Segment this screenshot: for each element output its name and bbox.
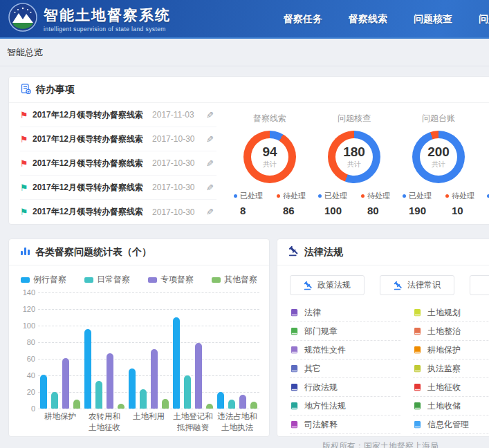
edit-icon[interactable]: ✎ bbox=[206, 158, 214, 169]
flag-icon: ⚑ bbox=[20, 110, 33, 120]
todo-item[interactable]: ⚑ 2017年12月领导转办督察线索 2017-10-30 ✎ bbox=[20, 151, 216, 176]
flag-icon: ⚑ bbox=[20, 134, 33, 144]
y-tick-label: 20 bbox=[16, 388, 35, 396]
bar-专项督察[interactable] bbox=[62, 358, 69, 409]
nav-item[interactable]: 督察任务 bbox=[284, 13, 322, 26]
processed-dot-icon bbox=[318, 194, 322, 198]
law-filter-button[interactable]: 政策法规 bbox=[290, 275, 365, 295]
law-category-item[interactable]: 行政法规 bbox=[290, 378, 400, 397]
law-category-item[interactable]: 信息化管理 bbox=[413, 416, 489, 434]
bar-专项督察[interactable] bbox=[107, 353, 113, 409]
bar-其他督察[interactable] bbox=[250, 402, 257, 409]
todo-card-header: 待办事项 bbox=[9, 77, 489, 103]
law-category-item[interactable]: 部门规章 bbox=[290, 322, 400, 341]
bar-例行督察[interactable] bbox=[84, 329, 91, 409]
book-icon bbox=[413, 308, 422, 317]
law-category-item[interactable]: 土地征收 bbox=[413, 378, 489, 397]
processed-dot-icon bbox=[403, 194, 406, 198]
todo-item[interactable]: ⚑ 2017年12月领导转办督察线索 2017-11-03 ✎ bbox=[20, 103, 216, 127]
page-canvas: 智能土地督察系统 intelligent supervision of stat… bbox=[0, 0, 489, 66]
legend-item[interactable]: 例行督察 bbox=[21, 274, 66, 286]
law-category-item[interactable]: 其它 bbox=[290, 360, 400, 378]
legend-swatch-icon bbox=[84, 277, 93, 283]
x-axis-label: 土地登记和 抵押融资 bbox=[171, 411, 215, 433]
todo-item-text: 2017年12月领导转办督察线索 bbox=[33, 182, 152, 194]
law-category-item[interactable]: 执法监察 bbox=[413, 360, 489, 378]
book-icon bbox=[290, 308, 299, 317]
law-category-item[interactable]: 法律 bbox=[290, 304, 400, 322]
donut-row: 督察线索 94 共计 已处理 8 待处理 86 问题核查 180 共计 bbox=[216, 103, 489, 224]
gavel-icon bbox=[288, 245, 299, 259]
gridline bbox=[38, 409, 259, 409]
book-icon bbox=[413, 346, 422, 355]
laws-card-header: 法律法规 bbox=[277, 239, 489, 265]
pending-dot-icon bbox=[361, 194, 365, 198]
bar-专项督察[interactable] bbox=[195, 343, 202, 409]
app-subtitle: intelligent supervision of state land sy… bbox=[44, 26, 171, 32]
law-category-item[interactable]: 土地规划 bbox=[413, 304, 489, 322]
edit-icon[interactable]: ✎ bbox=[206, 183, 214, 193]
edit-icon[interactable]: ✎ bbox=[206, 207, 214, 217]
bar-专项督察[interactable] bbox=[151, 349, 158, 409]
bar-group bbox=[215, 292, 259, 409]
y-tick-label: 40 bbox=[16, 371, 35, 380]
bar-例行督察[interactable] bbox=[40, 375, 47, 409]
bar-日常督察[interactable] bbox=[184, 375, 191, 409]
bar-groups bbox=[38, 292, 259, 409]
pending-dot-icon bbox=[277, 194, 280, 198]
bar-其他督察[interactable] bbox=[118, 404, 124, 409]
y-tick-label: 120 bbox=[16, 305, 35, 313]
donut-title: 督察任务 bbox=[481, 113, 489, 124]
bar-日常督察[interactable] bbox=[228, 400, 235, 409]
legend-swatch-icon bbox=[212, 277, 221, 283]
law-filter-button[interactable] bbox=[470, 275, 489, 295]
donut-chart[interactable]: 200 共计 bbox=[412, 131, 465, 183]
app-logo-icon bbox=[8, 3, 37, 35]
nav-item[interactable]: 督察线索 bbox=[349, 13, 387, 26]
legend-item[interactable]: 专项督察 bbox=[148, 274, 194, 286]
processed-stat: 已处理 190 bbox=[403, 191, 432, 216]
todo-item[interactable]: ⚑ 2017年12月领导转办督察线索 2017-10-30 ✎ bbox=[20, 176, 216, 200]
law-category-item[interactable]: 规范性文件 bbox=[290, 341, 400, 360]
legend-item[interactable]: 日常督察 bbox=[84, 274, 130, 286]
bar-其他督察[interactable] bbox=[206, 404, 213, 409]
book-icon bbox=[290, 364, 299, 373]
todo-item[interactable]: ⚑ 2017年12月领导转办督察线索 2017-10-30 ✎ bbox=[20, 200, 216, 224]
app-title: 智能土地督察系统 bbox=[44, 6, 171, 25]
nav-item[interactable]: 问题核查 bbox=[414, 13, 452, 26]
bar-例行督察[interactable] bbox=[129, 368, 136, 409]
bar-日常督察[interactable] bbox=[95, 381, 102, 409]
y-tick-label: 100 bbox=[16, 321, 35, 330]
bar-例行督察[interactable] bbox=[217, 392, 224, 409]
donut-chart[interactable]: 180 共计 bbox=[328, 131, 380, 183]
bar-其他督察[interactable] bbox=[73, 400, 80, 409]
law-category-item[interactable]: 地方性法规 bbox=[290, 397, 400, 416]
law-filter-button[interactable]: 法律常识 bbox=[380, 275, 454, 295]
book-icon bbox=[290, 346, 299, 355]
law-category-item[interactable]: 土地整治 bbox=[413, 322, 489, 341]
donut-block: 问题核查 180 共计 已处理 100 待处理 80 bbox=[312, 113, 396, 224]
nav-item[interactable]: 问题台账 bbox=[479, 13, 489, 26]
edit-icon[interactable]: ✎ bbox=[206, 110, 214, 120]
bar-专项督察[interactable] bbox=[239, 395, 246, 409]
legend-item[interactable]: 其他督察 bbox=[212, 274, 257, 286]
donut-chart[interactable]: 94 共计 bbox=[243, 131, 296, 183]
y-tick-label: 0 bbox=[16, 404, 35, 413]
x-axis-label: 耕地保护 bbox=[38, 411, 82, 433]
bar-日常督察[interactable] bbox=[140, 389, 147, 409]
flag-icon: ⚑ bbox=[20, 158, 33, 169]
bar-其他督察[interactable] bbox=[162, 399, 169, 409]
todo-body: ⚑ 2017年12月领导转办督察线索 2017-11-03 ✎ ⚑ 2017年1… bbox=[9, 103, 489, 224]
bar-例行督察[interactable] bbox=[173, 317, 180, 409]
law-category-item[interactable]: 司法解释 bbox=[290, 416, 400, 434]
bar-日常督察[interactable] bbox=[51, 392, 58, 409]
law-category-item[interactable]: 耕地保护 bbox=[413, 341, 489, 360]
law-category-item[interactable]: 土地收储 bbox=[413, 397, 489, 416]
processed-stat: 已处理 100 bbox=[318, 191, 347, 216]
laws-grid: 法律 部门规章 规范性文件 其它 行政法规 地方性法规 bbox=[277, 299, 489, 434]
todo-item[interactable]: ⚑ 2017年12月领导转办督察线索 2017-10-30 ✎ bbox=[20, 127, 216, 151]
legend-swatch-icon bbox=[21, 277, 30, 283]
edit-icon[interactable]: ✎ bbox=[206, 134, 214, 144]
todo-item-date: 2017-10-30 bbox=[152, 158, 202, 168]
breadcrumb-bar: 智能总览 bbox=[0, 39, 489, 66]
